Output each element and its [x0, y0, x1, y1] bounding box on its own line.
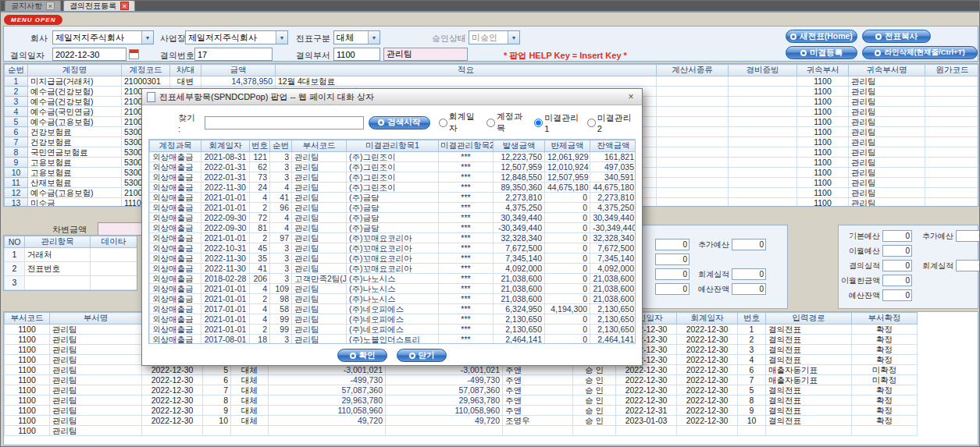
table-cell[interactable]: 2,130,650 — [494, 314, 545, 325]
table-cell[interactable]: 미확정 — [852, 365, 918, 375]
table-row[interactable]: 외상매출금2021-01-01499관리팀(주)네오피에스***2,130,65… — [150, 314, 636, 325]
table-cell[interactable] — [729, 97, 797, 107]
table-cell[interactable]: 96 — [270, 203, 292, 213]
table-cell[interactable]: 2022-12-30 — [677, 406, 738, 416]
table-cell[interactable]: *** — [439, 304, 494, 314]
table-cell[interactable]: 35 — [250, 254, 270, 264]
table-cell[interactable] — [657, 178, 729, 188]
table-cell[interactable]: 2022-12-30 — [142, 396, 203, 406]
table-cell[interactable] — [657, 117, 729, 127]
table-cell[interactable]: 확정 — [852, 396, 918, 406]
table-cell[interactable]: 4 — [250, 284, 270, 294]
table-cell[interactable]: 0 — [545, 243, 590, 254]
table-cell[interactable]: 1100 — [797, 76, 849, 87]
table-cell[interactable]: 관리팀 — [292, 325, 347, 335]
table-cell[interactable]: 4 — [250, 193, 270, 203]
table-cell[interactable]: 1 — [5, 76, 28, 87]
table-cell[interactable]: 2022-12-30 — [677, 355, 738, 365]
table-cell[interactable]: 전표번호 — [25, 262, 91, 276]
table-cell[interactable]: *** — [439, 325, 494, 335]
table-cell[interactable]: 0 — [545, 335, 590, 345]
table-cell[interactable]: 관리팀 — [849, 127, 925, 137]
table-cell[interactable]: 주앤 — [503, 385, 573, 396]
table-cell[interactable]: 2022-12-30 — [142, 385, 203, 396]
table-cell[interactable]: (주)꼬매요코리아 — [347, 264, 439, 274]
table-cell[interactable] — [729, 137, 797, 147]
table-cell[interactable]: 3 — [270, 264, 292, 274]
table-cell[interactable]: 2 — [5, 87, 28, 97]
table-cell[interactable]: 2022-11-30 — [201, 183, 250, 193]
table-cell[interactable]: 2022-12-30 — [677, 335, 738, 345]
table-cell[interactable]: 81 — [250, 223, 270, 233]
table-cell[interactable]: 0 — [545, 325, 590, 335]
table-cell[interactable]: 0 — [545, 274, 590, 284]
table-cell[interactable]: 4 — [270, 183, 292, 193]
table-cell[interactable]: 3 — [5, 276, 25, 290]
budget-value[interactable]: 0 — [956, 230, 980, 242]
table-cell[interactable]: 2,464,141 — [590, 335, 636, 345]
table-cell[interactable]: 12,507,959 — [545, 172, 590, 183]
column-header[interactable]: 부서코드 — [5, 313, 50, 325]
table-cell[interactable]: 예수금(고용보험) — [28, 117, 122, 127]
table-cell[interactable]: 확정 — [852, 406, 918, 416]
table-cell[interactable]: 미수금 — [28, 198, 122, 208]
table-cell[interactable]: 1100 — [5, 325, 50, 335]
dept-code-input[interactable]: 1100 — [333, 48, 380, 61]
table-cell[interactable] — [657, 127, 729, 137]
table-cell[interactable]: -30,349,440 — [494, 223, 545, 233]
table-row[interactable]: 외상매출금2022-01-31623관리팀(주)그린조이***12,507,95… — [150, 162, 636, 172]
column-header[interactable]: 관리항목 — [25, 236, 91, 248]
budget-value[interactable]: 0 — [732, 239, 766, 250]
table-cell[interactable]: 1100 — [797, 127, 849, 137]
table-cell[interactable]: 결의전표 — [766, 416, 852, 426]
radio-option[interactable]: 미결관리2 — [587, 112, 636, 133]
table-cell[interactable]: 주앤 — [503, 406, 573, 416]
table-cell[interactable]: 관리팀 — [849, 168, 925, 178]
table-cell[interactable]: 12,848,550 — [494, 172, 545, 183]
table-cell[interactable]: 2,130,650 — [494, 325, 545, 335]
table-cell[interactable]: 5 — [738, 385, 766, 396]
table-cell[interactable]: 6 — [738, 365, 766, 375]
table-cell[interactable]: 2022-12-31 — [616, 406, 677, 416]
table-cell[interactable]: 10 — [738, 416, 766, 426]
table-cell[interactable]: *** — [439, 274, 494, 284]
table-cell[interactable]: 관리팀 — [292, 314, 347, 325]
table-cell[interactable]: 2022-12-30 — [142, 406, 203, 416]
table-cell[interactable]: 2022-12-30 — [616, 375, 677, 385]
budget-value[interactable]: 0 — [882, 275, 912, 286]
column-header[interactable]: 부서명 — [50, 313, 142, 325]
table-cell[interactable]: 12,010,924 — [545, 162, 590, 172]
table-cell[interactable]: 0 — [545, 314, 590, 325]
table-cell[interactable]: 외상매출금 — [150, 264, 201, 274]
chevron-down-icon[interactable]: ▼ — [508, 31, 519, 44]
search-button[interactable]: 검색시작 — [369, 116, 430, 129]
table-cell[interactable]: 5 — [203, 365, 231, 375]
table-cell[interactable]: 1 — [5, 248, 25, 262]
table-cell[interactable]: 2022-12-30 — [142, 365, 203, 375]
table-cell[interactable]: 관리팀 — [50, 345, 142, 355]
table-cell[interactable]: 99 — [270, 314, 292, 325]
table-cell[interactable]: 관리팀 — [50, 426, 142, 436]
table-cell[interactable]: 확정 — [852, 385, 918, 396]
table-row[interactable]: 외상매출금2017-01-01458관리팀(주)네오피에스***6,324,95… — [150, 304, 636, 314]
table-cell[interactable]: (주)꼬매요코리아 — [347, 254, 439, 264]
table-cell[interactable]: 승 인 — [573, 406, 616, 416]
table-cell[interactable]: 8 — [203, 396, 231, 406]
table-cell[interactable]: 외상매출금 — [150, 274, 201, 284]
table-cell[interactable]: 1 — [738, 325, 766, 335]
table-row[interactable]: 외상매출금2021-08-311213관리팀(주)그린조이***12,223,7… — [150, 152, 636, 162]
table-cell[interactable]: 98 — [270, 294, 292, 304]
table-cell[interactable]: 62 — [250, 162, 270, 172]
table-cell[interactable]: 거래처 — [25, 248, 91, 262]
table-cell[interactable]: 1100 — [5, 345, 50, 355]
table-cell[interactable]: 2,273,810 — [590, 193, 636, 203]
table-cell[interactable]: 7,672,500 — [494, 243, 545, 254]
table-cell[interactable]: (주)그린조이 — [347, 183, 439, 193]
table-cell[interactable] — [729, 117, 797, 127]
table-cell[interactable]: 29,963,780 — [269, 396, 386, 406]
table-cell[interactable]: 관리팀 — [849, 198, 925, 208]
slip-type-select[interactable]: 대체 ▼ — [333, 30, 380, 44]
table-cell[interactable]: 2022-09-30 — [201, 213, 250, 223]
slip-no-input[interactable]: 17 — [194, 48, 273, 61]
column-header[interactable]: 경비증빙 — [729, 65, 797, 76]
